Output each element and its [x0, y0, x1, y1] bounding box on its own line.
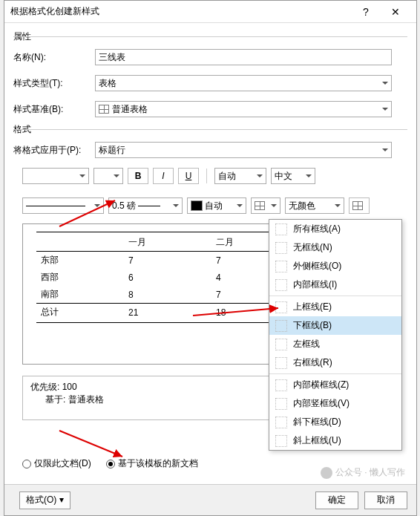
menu-inside-vertical[interactable]: 内部竖框线(V)	[269, 394, 401, 413]
menu-top-border[interactable]: 上框线(E)	[269, 298, 401, 316]
style-type-label: 样式类型(T):	[13, 77, 95, 90]
style-base-select[interactable]: 普通表格	[95, 101, 392, 117]
font-lang-select[interactable]: 中文	[271, 168, 315, 184]
right-border-icon	[275, 357, 287, 369]
ok-button[interactable]: 确定	[315, 491, 358, 509]
name-input[interactable]	[95, 49, 392, 65]
diag-down-icon	[275, 417, 287, 428]
inside-borders-icon	[275, 279, 287, 291]
menu-inside-horizontal[interactable]: 内部横框线(Z)	[269, 376, 401, 394]
style-base-label: 样式基准(B):	[13, 103, 95, 116]
line-color-select[interactable]: 自动	[187, 197, 246, 214]
style-type-select[interactable]: 表格	[95, 75, 392, 91]
shading-button[interactable]	[349, 197, 370, 214]
menu-right-border[interactable]: 右框线(R)	[269, 353, 401, 372]
menu-inside-borders[interactable]: 内部框线(I)	[269, 275, 401, 294]
apply-to-select[interactable]: 标题行	[95, 142, 392, 158]
dialog-title: 根据格式化创建新样式	[10, 5, 351, 18]
all-borders-icon	[275, 223, 287, 235]
titlebar: 根据格式化创建新样式 ? ✕	[4, 1, 416, 23]
radio-this-doc[interactable]: 仅限此文档(D)	[22, 457, 91, 470]
border-toolbar: 0.5 磅 自动 无颜色	[22, 197, 370, 214]
bottom-border-icon	[275, 320, 287, 332]
scope-radios: 仅限此文档(D) 基于该模板的新文档	[22, 457, 198, 470]
underline-button[interactable]: U	[178, 168, 199, 184]
font-color-select[interactable]: 自动	[214, 168, 266, 184]
name-label: 名称(N):	[13, 51, 95, 64]
line-weight-select[interactable]: 0.5 磅	[108, 197, 183, 214]
help-button[interactable]: ?	[351, 1, 381, 22]
outside-borders-icon	[275, 261, 287, 272]
menu-left-border[interactable]: 左框线	[269, 335, 401, 353]
apply-to-label: 将格式应用于(P):	[13, 144, 95, 157]
borders-dropdown: 所有框线(A) 无框线(N) 外侧框线(O) 内部框线(I) 上框线(E) 下框…	[269, 219, 402, 451]
bold-button[interactable]: B	[128, 168, 148, 184]
dialog-footer: 格式(O) ▾ 确定 取消	[4, 484, 416, 515]
left-border-icon	[275, 339, 287, 350]
line-style-select[interactable]	[22, 197, 104, 214]
border-preset-select[interactable]	[251, 197, 280, 214]
radio-template[interactable]: 基于该模板的新文档	[106, 457, 198, 470]
shading-icon	[352, 201, 363, 210]
watermark: 公众号 · 懒人写作	[321, 466, 405, 479]
inside-h-icon	[275, 379, 287, 391]
close-button[interactable]: ✕	[381, 1, 410, 22]
menu-outside-borders[interactable]: 外侧框线(O)	[269, 257, 401, 275]
no-border-icon	[275, 242, 287, 254]
font-size-select[interactable]	[93, 168, 123, 184]
color-swatch-icon	[191, 200, 203, 211]
fill-color-select[interactable]: 无颜色	[285, 197, 344, 214]
font-toolbar: B I U 自动 中文	[22, 168, 315, 184]
menu-diag-up[interactable]: 斜上框线(U)	[269, 431, 401, 450]
format-button[interactable]: 格式(O) ▾	[19, 491, 70, 509]
menu-all-borders[interactable]: 所有框线(A)	[269, 220, 401, 238]
inside-v-icon	[275, 398, 287, 410]
table-icon	[99, 105, 109, 114]
menu-no-border[interactable]: 无框线(N)	[269, 238, 401, 257]
diag-up-icon	[275, 435, 287, 447]
menu-diag-down[interactable]: 斜下框线(D)	[269, 413, 401, 431]
menu-bottom-border[interactable]: 下框线(B)	[269, 316, 401, 335]
borders-icon	[255, 201, 265, 210]
top-border-icon	[275, 301, 287, 313]
font-family-select[interactable]	[22, 168, 89, 184]
cancel-button[interactable]: 取消	[364, 491, 407, 509]
italic-button[interactable]: I	[153, 168, 174, 184]
wechat-icon	[321, 467, 332, 479]
